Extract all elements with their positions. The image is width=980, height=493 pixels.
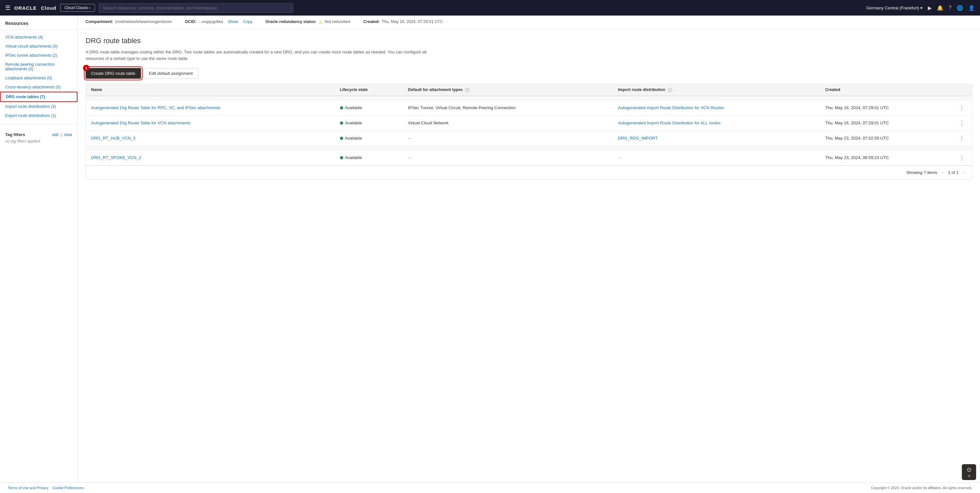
user-icon[interactable]: 👤 — [968, 5, 975, 11]
table-row: DRG_RT_SPOKE_VCN_2 Available — — [86, 150, 972, 165]
create-btn-wrapper: 1 Create DRG route table — [86, 68, 141, 79]
info-circle-import[interactable]: i — [668, 88, 672, 92]
row1-name: Autogenerated Drg Route Table for RPC, V… — [86, 100, 335, 115]
sidebar-item-remote-peering[interactable]: Remote peering connection attachments (0… — [0, 60, 78, 73]
row2-lifecycle: Available — [335, 115, 403, 130]
sidebar-item-drg-route-tables[interactable]: DRG route tables (7) — [0, 92, 78, 102]
showing-items: Showing 7 items — [906, 170, 937, 175]
created-info: Created: Thu, May 16, 2024, 07:28:51 UTC — [363, 19, 443, 25]
sidebar-divider — [0, 124, 78, 124]
row3-lifecycle-text: Available — [345, 136, 362, 141]
row2-import-dist-link[interactable]: Autogenerated Import Route Distribution … — [618, 120, 721, 125]
edit-default-assignment-button[interactable]: Edit default assignment — [143, 68, 198, 79]
row4-default-dash: — — [408, 155, 412, 160]
bell-icon[interactable]: 🔔 — [937, 5, 943, 11]
row3-default-for: — — [403, 130, 613, 146]
row2-lifecycle-text: Available — [345, 120, 362, 125]
col-import-dist: Import route distribution i — [613, 84, 820, 96]
created-label: Created: — [363, 19, 380, 24]
oracle-text: ORACLE — [14, 5, 37, 11]
row1-import-dist-link[interactable]: Autogenerated Import Route Distribution … — [618, 105, 724, 110]
row1-lifecycle: Available — [335, 100, 403, 115]
create-drg-route-table-button[interactable]: Create DRG route table — [86, 68, 141, 79]
row4-context-menu-icon[interactable]: ⋮ — [957, 154, 967, 162]
globe-icon[interactable]: 🌐 — [957, 5, 963, 11]
compartment-info: Compartment: (root/network/iwannoogendoo… — [86, 19, 172, 25]
status-dot-available-3 — [340, 137, 343, 140]
tag-add-link[interactable]: add — [52, 133, 58, 137]
row4-import-dist: — — [613, 150, 820, 165]
row2-context-menu-icon[interactable]: ⋮ — [957, 119, 967, 127]
cookie-preferences-link[interactable]: Cookie Preferences — [52, 486, 84, 490]
sidebar-item-loopback[interactable]: Loopback attachments (0) — [0, 73, 78, 82]
terminal-icon[interactable]: ▶ — [928, 5, 932, 11]
row3-menu[interactable]: ⋮ — [952, 130, 972, 146]
col-created: Created — [820, 84, 952, 96]
row4-lifecycle: Available — [335, 150, 403, 165]
ocid-info: OCID: ...vxqqcgvkka Show Copy — [185, 19, 253, 25]
row2-name-link[interactable]: Autogenerated Drg Route Table for VCN at… — [91, 120, 191, 125]
row4-name-link[interactable]: DRG_RT_SPOKE_VCN_2 — [91, 155, 141, 160]
drg-route-tables-table: Name Lifecycle state Default for attachm… — [86, 84, 972, 180]
help-widget[interactable]: ⊙ ⠿ — [962, 464, 976, 480]
table-body: Autogenerated Drg Route Table for RPC, V… — [86, 96, 972, 165]
tag-filters-section: Tag filters add | clear no tag filters a… — [0, 128, 78, 147]
cloud-classic-button[interactable]: Cloud Classic › — [60, 4, 95, 12]
row3-created: Thu, May 23, 2024, 07:02:59 UTC — [820, 130, 952, 146]
search-input[interactable] — [99, 3, 293, 13]
row3-context-menu-icon[interactable]: ⋮ — [957, 135, 967, 142]
row4-import-dash: — — [618, 155, 622, 160]
prev-page-button[interactable]: ‹ — [940, 169, 945, 176]
compartment-label: Compartment: — [86, 19, 113, 24]
help-icon[interactable]: ? — [948, 5, 951, 11]
row1-context-menu-icon[interactable]: ⋮ — [957, 104, 967, 112]
row4-default-for: — — [403, 150, 613, 165]
row3-import-dist: DRG_RDG_IMPORT — [613, 130, 820, 146]
sidebar-item-vcn-attachments[interactable]: VCN attachments (4) — [0, 33, 78, 42]
row2-created: Thu, May 16, 2024, 07:29:01 UTC — [820, 115, 952, 130]
col-default-attachment: Default for attachment types i — [403, 84, 613, 96]
pagination-bar: Showing 7 items ‹ 1 of 1 › — [86, 165, 972, 179]
row3-name: DRG_RT_HUB_VCN_3 — [86, 130, 335, 146]
col-lifecycle: Lifecycle state — [335, 84, 403, 96]
region-selector[interactable]: Germany Central (Frankfurt) ▾ — [866, 5, 923, 10]
status-dot-available — [340, 106, 343, 109]
region-label: Germany Central (Frankfurt) — [866, 5, 919, 10]
row1-name-link[interactable]: Autogenerated Drg Route Table for RPC, V… — [91, 105, 220, 110]
row4-name: DRG_RT_SPOKE_VCN_2 — [86, 150, 335, 165]
terms-link[interactable]: Terms of Use and Privacy — [8, 486, 48, 490]
table-row: Autogenerated Drg Route Table for VCN at… — [86, 115, 972, 130]
sidebar-item-cross-tenancy[interactable]: Cross-tenancy attachments (0) — [0, 82, 78, 92]
action-bar: 1 Create DRG route table Edit default as… — [86, 68, 972, 79]
row1-menu[interactable]: ⋮ — [952, 100, 972, 115]
sidebar-item-export-route[interactable]: Export route distributions (1) — [0, 111, 78, 120]
show-ocid-link[interactable]: Show — [228, 19, 238, 24]
chevron-down-icon: ▾ — [920, 5, 923, 10]
redundancy-info: Oracle redundancy status: ⚠ Not redundan… — [266, 19, 350, 25]
row4-menu[interactable]: ⋮ — [952, 150, 972, 165]
tag-clear-link[interactable]: clear — [64, 133, 72, 137]
row1-lifecycle-text: Available — [345, 105, 362, 110]
warning-icon: ⚠ — [318, 19, 323, 25]
hamburger-menu-icon[interactable]: ☰ — [5, 4, 10, 11]
help-widget-icon: ⊙ — [967, 466, 972, 473]
row3-import-dist-link[interactable]: DRG_RDG_IMPORT — [618, 136, 658, 141]
sidebar: Resources VCN attachments (4) Virtual ci… — [0, 16, 78, 493]
copy-ocid-link[interactable]: Copy — [243, 19, 253, 24]
info-circle-attachment[interactable]: i — [465, 88, 469, 92]
table-row: DRG_RT_HUB_VCN_3 Available — — [86, 130, 972, 146]
row1-default-for: IPSec Tunnel, Virtual Circuit, Remote Pe… — [403, 100, 613, 115]
row2-menu[interactable]: ⋮ — [952, 115, 972, 130]
sidebar-title: Resources — [0, 21, 78, 30]
sidebar-item-ipsec[interactable]: IPSec tunnel attachments (2) — [0, 51, 78, 60]
row3-default-dash: — — [408, 136, 412, 141]
created-value: Thu, May 16, 2024, 07:28:51 UTC — [382, 19, 443, 24]
row3-name-link[interactable]: DRG_RT_HUB_VCN_3 — [91, 136, 135, 141]
oracle-logo: ORACLE Cloud — [14, 5, 56, 11]
sidebar-item-virtual-circuit[interactable]: Virtual circuit attachments (0) — [0, 42, 78, 51]
badge-1: 1 — [83, 65, 89, 71]
footer-left: Terms of Use and Privacy Cookie Preferen… — [8, 486, 84, 490]
next-page-button[interactable]: › — [961, 169, 967, 176]
tag-filters-header: Tag filters add | clear — [5, 132, 72, 137]
sidebar-item-import-route[interactable]: Import route distributions (3) — [0, 102, 78, 111]
